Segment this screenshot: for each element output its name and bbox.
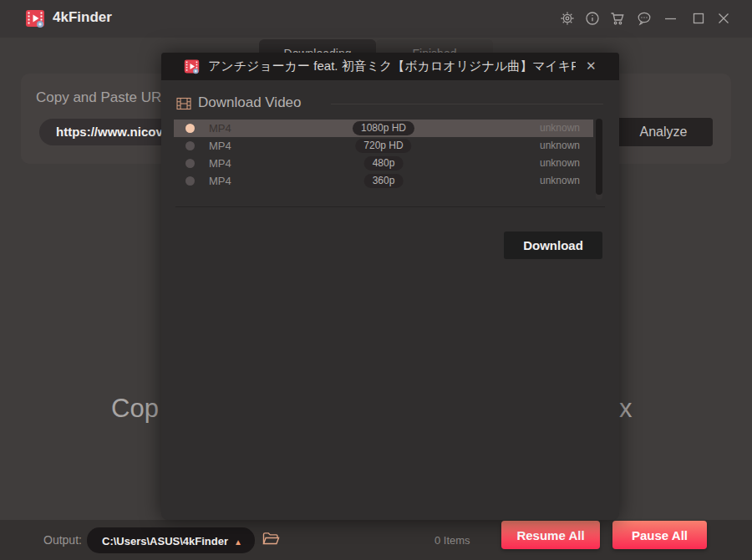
format-label: MP4 bbox=[209, 155, 231, 172]
feedback-chat-icon[interactable] bbox=[637, 11, 652, 26]
quality-badge: 720p HD bbox=[355, 139, 411, 153]
hint-text-right: x bbox=[619, 394, 633, 424]
close-button[interactable] bbox=[716, 11, 731, 26]
app-window: 4kFinder bbox=[0, 0, 752, 560]
output-label: Output: bbox=[43, 533, 82, 547]
format-row[interactable]: MP4 1080p HD unknown bbox=[174, 120, 593, 137]
open-folder-icon[interactable] bbox=[262, 531, 280, 550]
radio-unselected-icon[interactable] bbox=[185, 141, 195, 150]
list-divider bbox=[175, 206, 605, 207]
radio-unselected-icon[interactable] bbox=[185, 159, 195, 168]
statusbar: Output: C:\Users\ASUS\4kFinder▲ 0 Items … bbox=[0, 520, 752, 560]
items-count: 0 Items bbox=[434, 534, 470, 547]
hint-text-left: Cop bbox=[111, 394, 159, 424]
minimize-button[interactable] bbox=[663, 11, 678, 26]
dialog-header: アンチジョーカー feat. 初音ミク【ボカロオリジナル曲】マイキP (ラ ✕ bbox=[161, 53, 619, 80]
app-title: 4kFinder bbox=[53, 9, 112, 26]
scrollbar-track[interactable] bbox=[596, 119, 602, 200]
format-row[interactable]: MP4 360p unknown bbox=[174, 172, 593, 190]
format-row[interactable]: MP4 480p unknown bbox=[174, 155, 593, 172]
url-panel-label: Copy and Paste URL bbox=[36, 89, 170, 106]
pause-all-button[interactable]: Pause All bbox=[612, 521, 707, 549]
radio-selected-icon[interactable] bbox=[185, 124, 195, 133]
download-button[interactable]: Download bbox=[504, 232, 602, 259]
output-path: C:\Users\ASUS\4kFinder bbox=[102, 535, 228, 547]
film-frame-icon bbox=[176, 96, 191, 115]
dialog-title: アンチジョーカー feat. 初音ミク【ボカロオリジナル曲】マイキP (ラ bbox=[208, 59, 576, 74]
quality-badge: 480p bbox=[364, 156, 404, 171]
scrollbar-thumb[interactable] bbox=[596, 119, 602, 195]
section-title: Download Video bbox=[198, 94, 302, 111]
format-list: MP4 1080p HD unknown MP4 720p HD unknown… bbox=[174, 120, 593, 190]
section-divider bbox=[331, 104, 603, 104]
size-label: unknown bbox=[540, 120, 580, 137]
size-label: unknown bbox=[540, 155, 580, 172]
format-label: MP4 bbox=[209, 172, 231, 190]
download-dialog: アンチジョーカー feat. 初音ミク【ボカロオリジナル曲】マイキP (ラ ✕ … bbox=[161, 53, 619, 520]
info-icon[interactable] bbox=[585, 11, 600, 26]
analyze-button[interactable]: Analyze bbox=[614, 118, 713, 146]
quality-badge: 360p bbox=[364, 174, 404, 188]
format-label: MP4 bbox=[209, 137, 231, 155]
size-label: unknown bbox=[540, 172, 580, 190]
titlebar: 4kFinder bbox=[0, 0, 752, 38]
maximize-button[interactable] bbox=[691, 11, 706, 26]
size-label: unknown bbox=[540, 137, 580, 155]
format-label: MP4 bbox=[209, 120, 231, 137]
quality-badge: 1080p HD bbox=[353, 121, 414, 135]
format-row[interactable]: MP4 720p HD unknown bbox=[174, 137, 593, 155]
dialog-logo-icon bbox=[184, 59, 200, 74]
dialog-close-icon[interactable]: ✕ bbox=[586, 59, 597, 74]
app-logo-icon bbox=[25, 8, 45, 28]
chevron-up-icon: ▲ bbox=[234, 537, 242, 547]
output-path-dropdown[interactable]: C:\Users\ASUS\4kFinder▲ bbox=[87, 527, 255, 553]
radio-unselected-icon[interactable] bbox=[185, 176, 195, 186]
settings-gear-icon[interactable] bbox=[560, 11, 575, 26]
shopping-cart-icon[interactable] bbox=[610, 11, 625, 26]
resume-all-button[interactable]: Resume All bbox=[501, 521, 600, 549]
